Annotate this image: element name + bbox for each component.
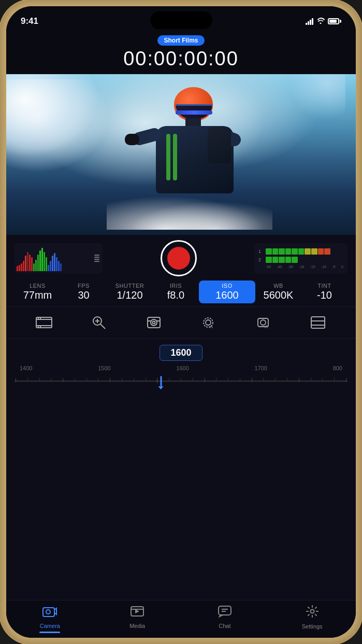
track1-bar — [266, 248, 343, 255]
aspect-ratio-tool[interactable] — [33, 311, 55, 334]
lens-value: 77mm — [23, 289, 52, 301]
tools-row: A A — [6, 306, 356, 339]
camera-nav-label: Camera — [40, 623, 60, 629]
timecode-area: Short Films 00:00:00:00 — [6, 32, 356, 74]
zoom-tool[interactable] — [88, 311, 110, 334]
bottom-nav: Camera Media — [6, 600, 356, 638]
wb-param[interactable]: WB 5600K — [255, 283, 301, 301]
iso-track-line — [15, 381, 347, 382]
nav-chat[interactable]: Chat — [181, 605, 269, 629]
fps-label: FPS — [78, 283, 90, 289]
iris-label: IRIS — [170, 283, 182, 289]
lens-param[interactable]: LENS 77mm — [15, 283, 61, 301]
iso-scale-800: 800 — [333, 365, 342, 371]
status-icons — [306, 17, 341, 25]
signal-bars-icon — [306, 18, 313, 25]
histogram-bars — [17, 245, 92, 271]
iso-scale: 1400 1500 1600 1700 800 — [15, 365, 347, 371]
timecode-display: 00:00:00:00 — [6, 48, 356, 70]
record-dot — [167, 247, 190, 270]
shutter-label: SHUTTER — [115, 283, 144, 289]
preset-badge[interactable]: Short Films — [157, 35, 204, 46]
grid-tool[interactable] — [307, 311, 329, 334]
svg-point-26 — [46, 610, 50, 614]
media-nav-label: Media — [129, 623, 145, 629]
status-time: 9:41 — [21, 16, 38, 26]
dynamic-island — [150, 11, 212, 29]
iso-value-display: 1600 — [160, 345, 202, 361]
iso-control: 1600 1400 1500 1600 1700 800 — [6, 339, 356, 393]
svg-rect-25 — [43, 608, 54, 617]
camera-nav-icon — [42, 605, 57, 621]
tint-param[interactable]: TINT -10 — [301, 283, 347, 301]
audio-meter-track2: 2 — [258, 257, 343, 263]
track2-bar — [266, 257, 343, 263]
exposure-tool[interactable]: A — [197, 311, 220, 334]
iris-param[interactable]: IRIS f8.0 — [153, 283, 199, 301]
settings-nav-label: Settings — [302, 623, 323, 629]
viewfinder-background — [6, 74, 356, 235]
controls-area: 1 — [6, 235, 356, 600]
focus-tool[interactable] — [142, 311, 165, 334]
lens-label: LENS — [30, 283, 46, 289]
wifi-icon — [316, 17, 325, 25]
shutter-value: 1/120 — [117, 289, 142, 301]
fps-param[interactable]: FPS 30 — [61, 283, 107, 301]
tint-value: -10 — [317, 289, 332, 301]
meter-row: 1 — [6, 235, 356, 282]
histogram-widget — [15, 243, 103, 273]
battery-icon — [328, 18, 341, 24]
audio-meter-track1: 1 — [258, 248, 343, 255]
settings-nav-icon — [306, 605, 319, 621]
svg-text:A: A — [210, 324, 213, 329]
iso-needle[interactable] — [160, 376, 162, 386]
iso-slider-track[interactable] — [15, 373, 347, 389]
chat-nav-icon — [218, 605, 232, 621]
svg-point-33 — [310, 610, 314, 613]
phone-frame: 9:41 — [0, 0, 362, 644]
iso-scale-1400: 1400 — [20, 365, 32, 371]
iso-scale-1600: 1600 — [176, 365, 189, 371]
wb-label: WB — [273, 283, 283, 289]
iso-scale-1700: 1700 — [254, 365, 267, 371]
tint-label: TINT — [317, 283, 331, 289]
svg-rect-22 — [311, 317, 325, 328]
viewfinder — [6, 74, 356, 235]
svg-point-12 — [151, 319, 157, 326]
camera-params-row: LENS 77mm FPS 30 SHUTTER 1/120 IRIS f8.0… — [6, 282, 356, 306]
nav-camera[interactable]: Camera — [6, 605, 94, 629]
chat-nav-label: Chat — [219, 623, 230, 629]
nav-media[interactable]: Media — [94, 605, 181, 629]
svg-point-13 — [152, 321, 155, 324]
shutter-param[interactable]: SHUTTER 1/120 — [107, 283, 153, 301]
track2-label: 2 — [258, 257, 264, 262]
iso-scale-1500: 1500 — [98, 365, 110, 371]
phone-inner: 9:41 — [6, 6, 356, 638]
audio-meter-scale: -50 -40 -30 -18 -15 -10 -5 0 — [258, 265, 343, 269]
svg-line-8 — [100, 324, 105, 329]
audio-meters: 1 — [254, 243, 347, 273]
iso-value: 1600 — [215, 289, 239, 301]
wb-value: 5600K — [264, 289, 294, 301]
iso-param[interactable]: ISO 1600 — [199, 281, 255, 303]
media-nav-icon — [130, 605, 144, 621]
track1-label: 1 — [258, 249, 264, 254]
iso-current-value: 1600 — [170, 347, 191, 358]
status-bar: 9:41 — [6, 6, 356, 32]
record-button[interactable] — [161, 240, 197, 276]
iris-value: f8.0 — [167, 289, 184, 301]
iso-label: ISO — [222, 283, 232, 289]
autofocus-tool[interactable]: A — [252, 311, 274, 334]
svg-text:A: A — [265, 324, 268, 329]
fps-value: 30 — [78, 289, 89, 301]
svg-marker-28 — [135, 609, 139, 613]
nav-settings[interactable]: Settings — [268, 605, 356, 629]
svg-rect-30 — [219, 606, 231, 615]
